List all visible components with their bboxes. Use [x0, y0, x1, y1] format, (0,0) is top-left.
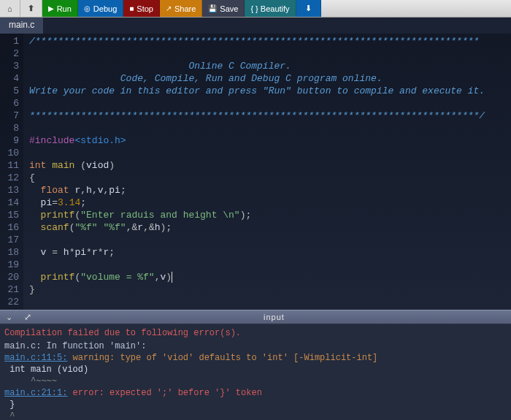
- tab-main-c[interactable]: main.c: [0, 18, 44, 34]
- download-button[interactable]: ⬇: [296, 0, 321, 17]
- play-icon: ▶: [48, 4, 54, 12]
- share-button[interactable]: ↗Share: [160, 0, 202, 17]
- debug-button[interactable]: ◎Debug: [78, 0, 123, 17]
- stop-icon: ■: [129, 4, 134, 12]
- target-icon: ◎: [84, 4, 91, 12]
- input-panel-label: input: [37, 313, 511, 321]
- line-gutter: 12345678910111213141516171819202122: [0, 34, 23, 310]
- home-button[interactable]: ⌂: [0, 0, 20, 17]
- expand-icon[interactable]: ⤢: [18, 312, 37, 322]
- stop-button[interactable]: ■Stop: [123, 0, 160, 17]
- debug-label: Debug: [93, 4, 117, 13]
- share-label: Share: [174, 4, 196, 13]
- share-icon: ↗: [166, 4, 172, 12]
- console-panel: Compilation failed due to following erro…: [0, 324, 511, 420]
- tab-bar: main.c: [0, 18, 511, 34]
- chevron-down-icon[interactable]: ⌄: [0, 313, 18, 322]
- compile-error-header: Compilation failed due to following erro…: [4, 327, 507, 339]
- console-output: main.c: In function 'main':main.c:11:5: …: [4, 340, 507, 420]
- save-icon: 💾: [208, 4, 217, 12]
- up-button[interactable]: ⬆: [20, 0, 42, 17]
- toolbar: ⌂ ⬆ ▶Run ◎Debug ■Stop ↗Share 💾Save { } B…: [0, 0, 511, 18]
- stop-label: Stop: [137, 4, 153, 13]
- panel-divider[interactable]: ⌄ ⤢ input: [0, 310, 511, 324]
- code-area[interactable]: /***************************************…: [23, 34, 511, 310]
- beautify-button[interactable]: { } Beautify: [245, 0, 296, 17]
- run-label: Run: [57, 4, 72, 13]
- run-button[interactable]: ▶Run: [42, 0, 78, 17]
- code-editor[interactable]: 12345678910111213141516171819202122 /***…: [0, 34, 511, 310]
- save-label: Save: [220, 4, 238, 13]
- save-button[interactable]: 💾Save: [202, 0, 245, 17]
